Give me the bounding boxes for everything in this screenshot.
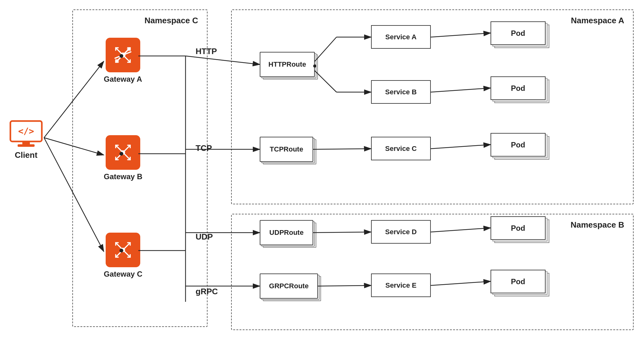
svg-line-41	[116, 251, 122, 257]
pod-c-label: Pod	[511, 141, 525, 149]
svg-line-25	[124, 145, 130, 151]
namespace-c-label: Namespace C	[144, 16, 198, 25]
svg-line-21	[124, 56, 130, 62]
pod-e-label: Pod	[511, 277, 525, 286]
namespace-b-label: Namespace B	[570, 220, 624, 230]
gateway-b: Gateway B	[104, 135, 142, 181]
service-e-label: Service E	[385, 281, 416, 290]
svg-line-31	[116, 145, 122, 151]
tcproute-label: TCPRoute	[270, 145, 303, 153]
namespace-a: Namespace A	[231, 9, 634, 204]
service-b-label: Service B	[385, 88, 417, 96]
gateway-c: Gateway C	[104, 233, 142, 279]
gateway-a: Gateway A	[104, 38, 142, 84]
httproute-label: HTTPRoute	[269, 60, 306, 69]
service-d: Service D	[371, 220, 431, 244]
gateway-b-label: Gateway B	[104, 172, 142, 181]
diagram: Namespace C Namespace A Namespace B </> …	[0, 0, 644, 337]
service-c-label: Service C	[385, 145, 417, 153]
http-label: HTTP	[196, 47, 217, 56]
service-a-label: Service A	[385, 33, 416, 41]
client-icon: </>	[9, 119, 43, 148]
udproute-label: UDPRoute	[269, 229, 304, 237]
service-a: Service A	[371, 25, 431, 49]
tcp-label: TCP	[196, 143, 212, 153]
svg-line-44	[116, 243, 122, 249]
grpc-label: gRPC	[196, 287, 218, 296]
svg-rect-3	[18, 144, 35, 147]
gateway-a-icon	[106, 38, 140, 72]
pod-b-label: Pod	[511, 84, 525, 93]
namespace-a-label: Namespace A	[571, 16, 624, 25]
grpcroute-label: GRPCRoute	[269, 282, 309, 290]
service-b: Service B	[371, 80, 431, 104]
gateway-c-label: Gateway C	[104, 270, 142, 279]
svg-rect-2	[22, 141, 30, 145]
svg-line-38	[124, 243, 130, 249]
service-c: Service C	[371, 137, 431, 160]
pod-a-label: Pod	[511, 29, 525, 38]
svg-line-34	[124, 154, 130, 160]
service-e: Service E	[371, 273, 431, 297]
client: </> Client	[9, 119, 43, 160]
svg-text:</>: </>	[18, 126, 34, 136]
gateway-a-label: Gateway A	[104, 75, 142, 84]
svg-line-18	[116, 48, 122, 54]
udp-label: UDP	[196, 232, 213, 242]
svg-line-28	[116, 154, 122, 160]
gateway-c-icon	[106, 233, 140, 267]
pod-d-label: Pod	[511, 224, 525, 233]
service-d-label: Service D	[385, 228, 417, 236]
gateway-b-icon	[106, 135, 140, 170]
svg-line-47	[124, 251, 130, 257]
client-label: Client	[15, 150, 37, 160]
